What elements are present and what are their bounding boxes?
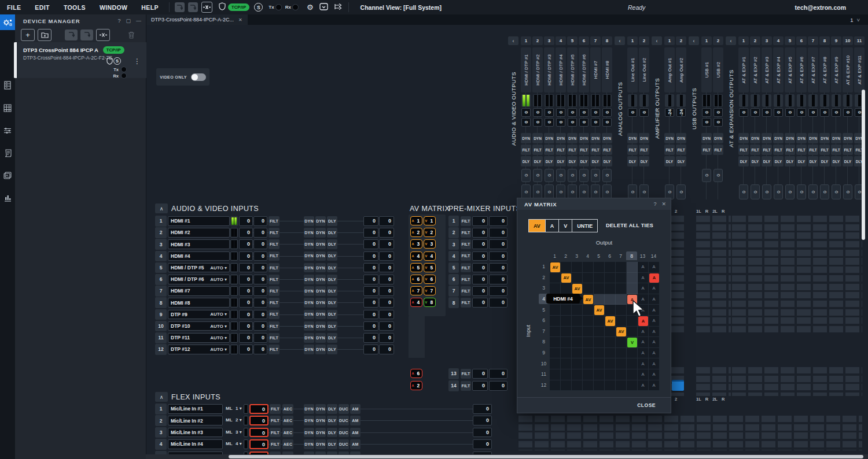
mix-send-field[interactable]: 0 [832, 184, 841, 199]
device-menu-icon[interactable]: ⋮ [134, 57, 141, 65]
dsp-block[interactable]: DYN [843, 133, 853, 143]
filter-block[interactable]: FILT [269, 228, 279, 238]
mix-send-field[interactable]: 0 [568, 169, 577, 182]
dsp-block[interactable]: DLY [327, 228, 337, 238]
matrix-cell[interactable]: A [649, 369, 660, 380]
gain-field[interactable]: 0 [239, 345, 253, 354]
input-format-select[interactable]: AUTO ▾ [210, 324, 227, 329]
input-name-field[interactable]: HDMI #4 [168, 251, 230, 261]
dock-icon[interactable]: ▢ [126, 18, 131, 24]
matrix-cell[interactable] [583, 283, 594, 294]
matrix-cell[interactable]: A [649, 337, 660, 348]
dsp-block[interactable]: DYN [315, 416, 326, 425]
disconnect-icon[interactable] [201, 2, 212, 13]
input-number[interactable]: 1 [155, 404, 167, 414]
dsp-block[interactable]: FILT [701, 145, 712, 155]
matrix-tie-av[interactable]: AV [594, 305, 604, 315]
filter-block[interactable]: FILT [269, 251, 279, 261]
add-device-button[interactable]: + [21, 29, 35, 41]
dsp-block[interactable]: AM [350, 439, 361, 449]
output-gain-field[interactable]: 0 [820, 108, 829, 117]
dsp-block[interactable]: FILT [773, 145, 784, 155]
tie-badge-a[interactable]: A6 [410, 275, 422, 284]
dsp-block[interactable]: DLY [808, 156, 818, 166]
rail-presets-icon[interactable] [0, 168, 15, 183]
input-number[interactable]: 2 [155, 227, 167, 238]
gain-field[interactable]: 0 [489, 298, 507, 308]
gain-field[interactable]: 0 [363, 310, 378, 320]
dsp-block[interactable]: DYN [315, 275, 326, 284]
matrix-col-header[interactable]: 13 [637, 251, 648, 260]
output-gain-field[interactable]: 0 [591, 118, 600, 127]
matrix-cell[interactable] [550, 283, 561, 294]
dsp-block[interactable]: DYN [602, 133, 612, 143]
delete-all-ties-button[interactable]: DELETE ALL TIES [606, 223, 653, 228]
tie-badge-a[interactable]: A1 [410, 216, 422, 225]
dsp-block[interactable]: DYN [304, 216, 314, 226]
device-list-item[interactable]: DTP3 CrossPoint 884 IPCP A DTP3-CrossPoi… [15, 42, 146, 78]
mix-send-field[interactable]: 0 [591, 169, 600, 182]
mix-send-field[interactable]: 0 [739, 184, 748, 199]
dsp-block[interactable]: DLY [750, 156, 760, 166]
matrix-col-header[interactable]: 4 [582, 251, 593, 260]
dsp-block[interactable]: DYN [315, 216, 326, 226]
rail-macro-icon[interactable] [0, 145, 15, 161]
matrix-cell[interactable] [616, 337, 627, 348]
dsp-block[interactable]: DYN [315, 251, 326, 261]
dsp-block[interactable]: DYN [567, 133, 578, 143]
input-number[interactable]: 5 [155, 262, 167, 273]
output-number[interactable]: 6 [579, 36, 589, 45]
gain-field[interactable]: 0 [379, 333, 394, 343]
dsp-block[interactable]: DYN [304, 404, 314, 414]
mix-send-field[interactable]: 0 [579, 169, 589, 182]
tab-close-icon[interactable]: ✕ [238, 17, 242, 23]
rail-monitor-icon[interactable] [0, 190, 15, 206]
filter-block[interactable]: FILT [269, 216, 279, 226]
dsp-block[interactable]: DYN [304, 275, 314, 284]
dsp-block[interactable]: FILT [639, 145, 649, 155]
matrix-cell[interactable]: A [649, 348, 660, 359]
dsp-block[interactable]: DYN [315, 321, 326, 331]
gain-field[interactable]: 0 [239, 310, 253, 320]
matrix-cell[interactable] [561, 283, 572, 294]
premixer-number[interactable]: 6 [448, 274, 459, 285]
dsp-block[interactable]: DYN [304, 298, 314, 308]
matrix-cell[interactable] [572, 337, 583, 348]
mix-send-field[interactable]: 0 [774, 184, 783, 199]
dsp-block[interactable]: DYN [315, 310, 326, 320]
matrix-cell[interactable] [561, 369, 572, 380]
matrix-col-header[interactable]: 14 [648, 251, 659, 260]
dsp-block[interactable]: DYN [713, 133, 723, 143]
tie-badge-a[interactable]: A5 [410, 263, 422, 272]
dsp-block[interactable]: DYN [556, 133, 566, 143]
dsp-block[interactable]: DLY [785, 156, 795, 166]
matrix-cell[interactable]: A [649, 283, 660, 294]
dsp-block[interactable]: DLY [327, 239, 337, 249]
dsp-block[interactable]: DLY [556, 156, 566, 166]
input-number[interactable]: 3 [155, 239, 167, 250]
dsp-block[interactable]: DLY [738, 156, 749, 166]
dsp-block[interactable]: FILT [831, 145, 841, 155]
output-name-field[interactable]: HDMI / DTP #6 [579, 47, 589, 92]
tie-badge-v[interactable]: V3 [424, 239, 436, 249]
output-gain-field[interactable]: 0 [579, 118, 589, 127]
filter-block[interactable]: FILT [269, 298, 279, 308]
matrix-cell[interactable]: A [638, 283, 649, 294]
matrix-cell[interactable] [572, 369, 583, 380]
dsp-block[interactable]: DYN [315, 298, 326, 308]
input-number[interactable]: 3 [155, 427, 167, 438]
dsp-block[interactable]: DYN [521, 133, 531, 143]
minimize-icon[interactable]: — [136, 18, 141, 24]
output-number[interactable]: 1 [701, 36, 712, 45]
pre-block[interactable]: FILT [270, 416, 281, 425]
dsp-block[interactable]: DYN [304, 251, 314, 261]
matrix-cell[interactable] [572, 380, 583, 391]
matrix-cell[interactable]: A [649, 316, 660, 327]
dsp-block[interactable]: DLY [327, 345, 337, 354]
dsp-block[interactable]: DYN [315, 263, 326, 273]
tie-badge-a[interactable]: A4 [410, 298, 422, 307]
gain-field[interactable]: 0 [253, 239, 267, 249]
selected-mix-fader[interactable] [672, 380, 684, 391]
gain-field[interactable]: 0 [363, 286, 378, 296]
gain-field[interactable]: 0 [239, 298, 253, 308]
